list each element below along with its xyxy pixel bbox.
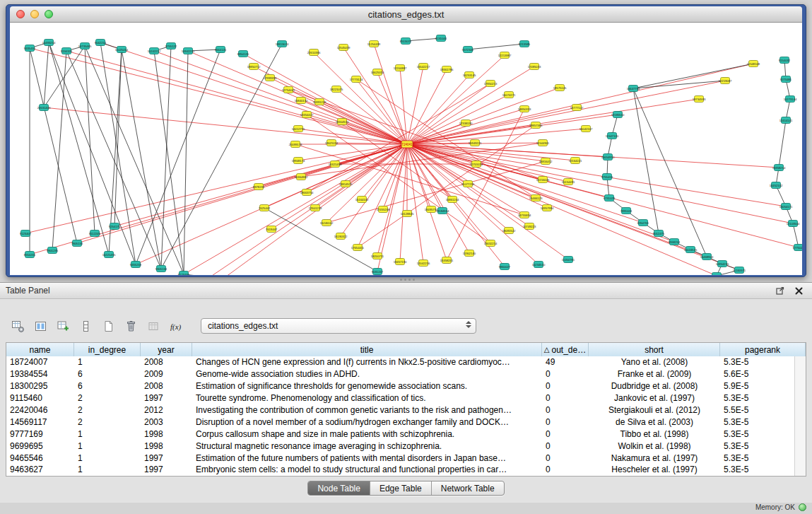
table-row[interactable]: 1456911722003Disruption of a novel membe… (6, 416, 795, 428)
close-panel-button[interactable] (794, 286, 804, 296)
graph-node-label: 15164102 (355, 198, 369, 201)
table-cell: 22420046 (6, 405, 74, 415)
graph-node-label: 16074271 (502, 93, 516, 97)
table-cell: 1998 (141, 429, 192, 439)
graph-node-label: 13054171 (779, 205, 793, 209)
float-panel-button[interactable] (775, 286, 785, 296)
graph-node-label: 9860027 (499, 265, 511, 269)
graph-node-label: 11025414 (115, 48, 129, 52)
column-header-title[interactable]: title (192, 343, 542, 356)
graph-edge (100, 42, 407, 144)
graph-node-label: 14452102 (770, 184, 783, 187)
graph-edge (85, 46, 95, 233)
graph-node-label: 9755413 (601, 175, 613, 179)
graph-node-label: 8123440 (178, 273, 190, 275)
graph-node-label: 9156320 (61, 49, 73, 53)
table-cell: 1 (74, 441, 141, 451)
edges-layer (25, 38, 799, 275)
zoom-window-button[interactable] (45, 10, 53, 18)
table-cell: Wolkin et al. (1998) (589, 441, 720, 451)
column-header-name[interactable]: name (6, 343, 74, 356)
new-table-button[interactable] (99, 317, 118, 336)
table-row[interactable]: 1872400712008Changes of HCN gene express… (6, 356, 795, 368)
graph-edge (85, 46, 184, 274)
graph-node-label: 14850333 (518, 107, 531, 111)
table-row[interactable]: 1938455462009Genome-wide association stu… (6, 368, 795, 380)
table-cell: Hescheler et al. (1997) (589, 465, 720, 474)
delete-table-button[interactable] (122, 317, 141, 336)
panel-resize-handle[interactable] (400, 279, 415, 281)
graph-edge (184, 51, 188, 274)
column-header-out-de-[interactable]: △out_de… (542, 343, 589, 356)
graph-edge (407, 144, 524, 215)
table-cell: de Silva et al. (2003) (589, 417, 720, 427)
table-cell: 0 (542, 465, 589, 474)
table-row[interactable]: 946554611997Estimation of the future num… (6, 452, 795, 464)
graph-node-label: 12213987 (498, 54, 512, 57)
network-canvas[interactable]: 1724041218850712179993561275444116840132… (10, 23, 802, 275)
show-columns-button[interactable] (31, 317, 50, 336)
import-table-button[interactable] (54, 317, 73, 336)
graph-node-label: 8878231 (253, 185, 265, 189)
trash-icon (124, 320, 138, 333)
column-header-short[interactable]: short (589, 343, 720, 356)
graph-node-label: 9245012 (711, 274, 723, 275)
table-cell: 0 (542, 393, 589, 403)
table-row[interactable]: 911546021997Tourette syndrome. Phenomeno… (6, 392, 795, 404)
graph-node-label: 16625310 (371, 71, 384, 74)
graph-node-label: 17773124 (350, 78, 363, 81)
graph-edge (407, 81, 725, 144)
graph-node-label: 10024515 (684, 248, 698, 252)
table-cell: Estimation of significance thresholds fo… (192, 381, 542, 391)
graph-node-label: 9664120 (215, 48, 227, 52)
table-cell: 0 (542, 417, 589, 427)
graph-node-label: 8131044 (435, 37, 447, 40)
function-builder-button[interactable]: f(x) (167, 317, 186, 336)
table-cell: Dudbridge et al. (2008) (589, 381, 720, 391)
graph-edge (407, 144, 447, 260)
graph-node-label: 8112245 (89, 232, 101, 235)
graph-node-label: 12185510 (611, 113, 625, 117)
table-cell: 5.3E-5 (720, 465, 795, 474)
graph-node-label: 12103504 (787, 222, 800, 226)
graph-edge (30, 48, 77, 243)
graph-node-label: 9213585 (519, 42, 531, 46)
window-titlebar[interactable]: citations_edges.txt (10, 6, 802, 23)
column-header-in-degree[interactable]: in_degree (74, 343, 141, 356)
graph-node-label: 8513074 (400, 40, 412, 43)
table-row[interactable]: 2242004622012Investigating the contribut… (6, 404, 795, 416)
vertical-scrollbar[interactable] (794, 356, 806, 476)
table-cell: 0 (542, 405, 589, 415)
column-header-pagerank[interactable]: pagerank (720, 343, 806, 356)
tab-edge-table[interactable]: Edge Table (370, 481, 432, 495)
network-view[interactable]: 1724041218850712179993561275444116840132… (10, 23, 802, 275)
graph-edge (779, 120, 786, 168)
table-settings-button[interactable] (8, 317, 28, 336)
graph-node-label: 12216046 (536, 178, 550, 182)
table-row[interactable]: 1830029562008Estimation of significance … (6, 380, 795, 392)
tab-network-table[interactable]: Network Table (432, 481, 504, 495)
graph-node-label: 11544901 (536, 141, 550, 145)
table-row[interactable]: 946362711997Embryonic stem cells: a mode… (6, 464, 795, 476)
graph-node-label: 10364882 (295, 175, 308, 179)
graph-edge (154, 51, 407, 144)
column-header-year[interactable]: year (141, 343, 192, 356)
graph-node-label: 17654411 (351, 246, 365, 250)
graph-edge (407, 144, 423, 263)
minimize-window-button[interactable] (30, 10, 39, 18)
tab-node-table[interactable]: Node Table (308, 481, 370, 495)
import-table-disabled-button[interactable] (144, 317, 163, 336)
table-cell: Tourette syndrome. Phenomenology and cla… (192, 393, 542, 403)
table-cell: 2012 (141, 405, 192, 415)
network-table-selector[interactable]: citations_edges.txt (201, 318, 476, 334)
table-row[interactable]: 969969511998Structural magnetic resonanc… (6, 440, 795, 452)
graph-node-label: 9042214 (95, 41, 107, 45)
graph-node-label: 12705114 (470, 163, 483, 166)
table-row[interactable]: 977716911998Corpus callosum shape and si… (6, 428, 795, 440)
table-cell: Corpus callosum shape and size in male p… (192, 429, 542, 439)
graph-node-label: 15246102 (320, 221, 334, 225)
graph-node-label: 16321458 (329, 163, 342, 166)
close-window-button[interactable] (16, 10, 25, 18)
merge-rows-button[interactable] (76, 317, 95, 336)
graph-node-label: 14755834 (518, 214, 531, 217)
